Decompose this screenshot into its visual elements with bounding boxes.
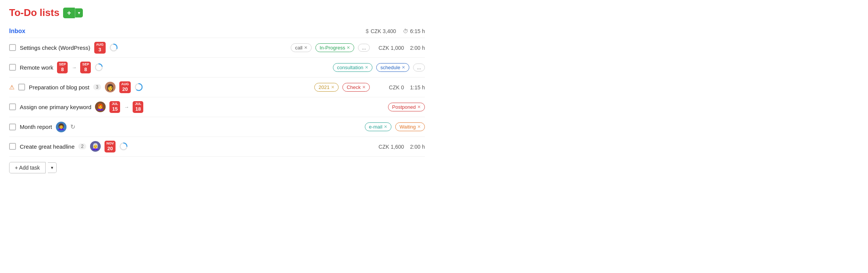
- inbox-czk: $ CZK 3,400: [366, 28, 396, 34]
- task-count: 3: [93, 84, 101, 90]
- more-button[interactable]: ...: [413, 63, 425, 71]
- task-row: Create great headline2👩‍🦳 Nov 20 CZK 1,6…: [9, 137, 425, 157]
- task-left: Remote work Sep 8 → Sep 8: [9, 62, 333, 73]
- task-badge[interactable]: consultation ✕: [333, 63, 372, 72]
- clock-icon: ⏱: [403, 28, 408, 34]
- date-badge-1[interactable]: Sep 8: [57, 62, 68, 73]
- task-badge[interactable]: 2021 ✕: [314, 83, 339, 92]
- date-badge-1[interactable]: Jul 15: [109, 101, 120, 113]
- date-badge-2[interactable]: Jul 18: [133, 101, 143, 113]
- task-checkbox[interactable]: [9, 44, 16, 51]
- progress-circle: [135, 83, 143, 91]
- task-name: Month report: [20, 124, 52, 130]
- add-btn-group: + ▾: [63, 8, 83, 18]
- inbox-meta: $ CZK 3,400 ⏱ 6:15 h: [366, 28, 425, 34]
- task-badge[interactable]: call ✕: [291, 43, 312, 52]
- task-right: e-mail ✕ Waiting ✕: [365, 122, 425, 131]
- badge-remove-icon[interactable]: ✕: [347, 45, 350, 50]
- date-badge-1[interactable]: Aug 3: [94, 42, 106, 53]
- task-right: consultation ✕ schedule ✕ ...: [333, 63, 425, 72]
- task-row: Remote work Sep 8 → Sep 8 consultation ✕…: [9, 58, 425, 78]
- task-name: Preparation of blog post: [29, 84, 89, 90]
- task-checkbox[interactable]: [9, 103, 16, 110]
- progress-circle: [95, 63, 103, 71]
- page-title: To-Do lists: [9, 7, 59, 19]
- task-checkbox[interactable]: [9, 64, 16, 71]
- task-row: Settings check (WordPress) Aug 3 call ✕ …: [9, 38, 425, 58]
- task-name: Remote work: [20, 64, 53, 71]
- warning-icon: ⚠: [9, 84, 14, 91]
- task-badge[interactable]: Postponed ✕: [388, 103, 425, 111]
- badge-remove-icon[interactable]: ✕: [384, 124, 387, 129]
- avatar: 👩‍🦰: [95, 102, 106, 112]
- badge-remove-icon[interactable]: ✕: [365, 65, 368, 70]
- task-left: Assign one primary keyword👩‍🦰 Jul 15 → J…: [9, 101, 388, 113]
- czk-amount: CZK 0: [374, 84, 404, 90]
- date-badge-1[interactable]: Aug 20: [119, 81, 131, 93]
- time-amount: 2:00 h: [408, 144, 425, 150]
- avatar: 👩: [105, 82, 116, 92]
- badge-remove-icon[interactable]: ✕: [331, 85, 334, 90]
- more-button[interactable]: ...: [358, 44, 370, 52]
- task-checkbox[interactable]: [9, 124, 16, 130]
- task-badge[interactable]: In-Progress ✕: [315, 43, 354, 52]
- progress-circle: [119, 142, 128, 151]
- badge-remove-icon[interactable]: ✕: [417, 105, 421, 110]
- time-amount: 2:00 h: [408, 45, 425, 51]
- task-badge[interactable]: e-mail ✕: [365, 122, 391, 131]
- inbox-title: Inbox: [9, 28, 25, 35]
- task-row: ⚠Preparation of blog post3👩 Aug 20 2021 …: [9, 78, 425, 97]
- avatar: 👩‍🦱: [56, 122, 67, 132]
- task-right: CZK 1,6002:00 h: [374, 144, 425, 150]
- badge-remove-icon[interactable]: ✕: [417, 124, 421, 129]
- time-amount: 1:15 h: [408, 84, 425, 90]
- task-count: 2: [78, 143, 86, 149]
- arrow-icon: →: [124, 104, 129, 110]
- add-dropdown-button[interactable]: ▾: [75, 8, 83, 17]
- arrow-icon: →: [71, 65, 76, 70]
- progress-circle: [109, 43, 118, 52]
- date-badge-1[interactable]: Nov 20: [105, 141, 116, 152]
- main-container: To-Do lists + ▾ Inbox $ CZK 3,400 ⏱ 6:15…: [0, 0, 434, 180]
- add-button[interactable]: +: [63, 8, 75, 18]
- czk-amount: CZK 1,000: [374, 45, 404, 51]
- page-header: To-Do lists + ▾: [9, 7, 425, 19]
- task-right: 2021 ✕ Check ✕ CZK 01:15 h: [314, 83, 425, 92]
- task-left: Create great headline2👩‍🦳 Nov 20: [9, 141, 374, 152]
- inbox-czk-value: CZK 3,400: [371, 28, 396, 34]
- task-badge[interactable]: schedule ✕: [376, 63, 409, 72]
- task-badge[interactable]: Check ✕: [342, 83, 370, 92]
- badge-remove-icon[interactable]: ✕: [362, 85, 366, 90]
- czk-amount: CZK 1,600: [374, 144, 404, 150]
- task-row: Month report👩‍🦱↻ e-mail ✕ Waiting ✕: [9, 117, 425, 137]
- inbox-header: Inbox $ CZK 3,400 ⏱ 6:15 h: [9, 25, 425, 38]
- add-task-button[interactable]: + Add task: [9, 162, 46, 173]
- task-left: Month report👩‍🦱↻: [9, 122, 365, 132]
- add-task-dropdown-button[interactable]: ▾: [48, 162, 57, 173]
- task-left: ⚠Preparation of blog post3👩 Aug 20: [9, 81, 314, 93]
- czk-icon: $: [366, 28, 369, 34]
- task-name: Assign one primary keyword: [20, 104, 91, 110]
- task-checkbox[interactable]: [18, 84, 25, 90]
- task-name: Create great headline: [20, 143, 74, 150]
- badge-remove-icon[interactable]: ✕: [304, 45, 307, 50]
- task-row: Assign one primary keyword👩‍🦰 Jul 15 → J…: [9, 97, 425, 117]
- task-name: Settings check (WordPress): [20, 44, 90, 51]
- badge-remove-icon[interactable]: ✕: [402, 65, 405, 70]
- task-list: Settings check (WordPress) Aug 3 call ✕ …: [9, 38, 425, 157]
- inbox-time-value: 6:15 h: [410, 28, 425, 34]
- task-left: Settings check (WordPress) Aug 3: [9, 42, 291, 53]
- task-checkbox[interactable]: [9, 143, 16, 150]
- inbox-section: Inbox $ CZK 3,400 ⏱ 6:15 h Settings chec…: [9, 25, 425, 173]
- add-task-row: + Add task ▾: [9, 162, 425, 173]
- refresh-icon[interactable]: ↻: [70, 123, 75, 130]
- date-badge-2[interactable]: Sep 8: [80, 62, 91, 73]
- task-badge[interactable]: Waiting ✕: [395, 122, 425, 131]
- task-right: Postponed ✕: [388, 103, 425, 111]
- avatar: 👩‍🦳: [90, 141, 101, 152]
- inbox-time: ⏱ 6:15 h: [403, 28, 425, 34]
- task-right: call ✕ In-Progress ✕ ...CZK 1,0002:00 h: [291, 43, 425, 52]
